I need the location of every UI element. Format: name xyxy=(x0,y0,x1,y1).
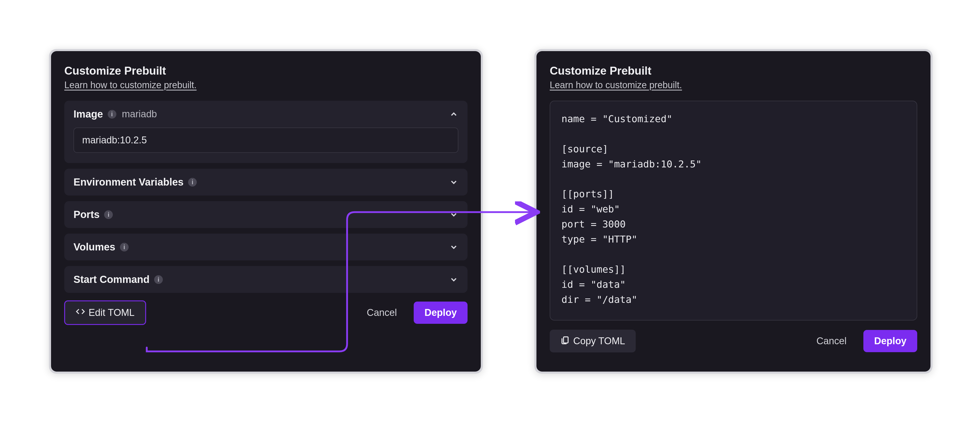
section-ports: Ports i xyxy=(64,201,468,228)
section-start-header[interactable]: Start Command i xyxy=(73,274,458,285)
panel-title: Customize Prebuilt xyxy=(550,64,917,77)
info-icon: i xyxy=(154,275,163,284)
section-ports-label: Ports xyxy=(73,209,100,220)
svg-rect-0 xyxy=(563,337,568,343)
left-panel: Customize Prebuilt Learn how to customiz… xyxy=(51,51,481,372)
cancel-button[interactable]: Cancel xyxy=(806,330,857,352)
clipboard-icon xyxy=(560,335,570,347)
right-footer: Copy TOML Cancel Deploy xyxy=(550,330,917,352)
section-env: Environment Variables i xyxy=(64,169,468,195)
right-panel: Customize Prebuilt Learn how to customiz… xyxy=(536,51,931,372)
section-env-label: Environment Variables xyxy=(73,176,183,188)
info-icon: i xyxy=(108,110,116,118)
info-icon: i xyxy=(104,210,113,219)
left-footer: Edit TOML Cancel Deploy xyxy=(64,300,468,325)
edit-toml-label: Edit TOML xyxy=(89,307,135,318)
section-ports-header[interactable]: Ports i xyxy=(73,209,458,220)
edit-toml-button[interactable]: Edit TOML xyxy=(64,300,146,325)
panel-title: Customize Prebuilt xyxy=(64,64,468,77)
copy-toml-button[interactable]: Copy TOML xyxy=(550,330,636,352)
chevron-down-icon xyxy=(449,243,458,252)
learn-link[interactable]: Learn how to customize prebuilt. xyxy=(550,80,682,91)
deploy-button[interactable]: Deploy xyxy=(863,330,917,352)
info-icon: i xyxy=(120,243,129,251)
copy-toml-label: Copy TOML xyxy=(573,336,625,347)
section-volumes: Volumes i xyxy=(64,233,468,260)
chevron-up-icon xyxy=(449,110,458,119)
toml-editor[interactable]: name = "Customized" [source] image = "ma… xyxy=(550,101,917,321)
left-panel-frame: Customize Prebuilt Learn how to customiz… xyxy=(49,49,483,374)
learn-link[interactable]: Learn how to customize prebuilt. xyxy=(64,80,197,91)
section-volumes-label: Volumes xyxy=(73,241,115,253)
section-env-header[interactable]: Environment Variables i xyxy=(73,176,458,188)
section-image-header[interactable]: Image i mariadb xyxy=(73,109,458,120)
section-start-command: Start Command i xyxy=(64,266,468,293)
section-volumes-header[interactable]: Volumes i xyxy=(73,241,458,253)
section-image: Image i mariadb xyxy=(64,101,468,163)
info-icon: i xyxy=(188,178,197,187)
cancel-button[interactable]: Cancel xyxy=(356,302,407,324)
right-panel-frame: Customize Prebuilt Learn how to customiz… xyxy=(535,49,932,374)
deploy-button[interactable]: Deploy xyxy=(414,302,468,324)
image-input[interactable] xyxy=(73,128,458,153)
chevron-down-icon xyxy=(449,275,458,284)
section-start-label: Start Command xyxy=(73,274,150,285)
section-image-label: Image xyxy=(73,109,103,120)
code-icon xyxy=(76,307,85,318)
chevron-down-icon xyxy=(449,210,458,219)
section-image-value: mariadb xyxy=(122,109,157,120)
chevron-down-icon xyxy=(449,177,458,187)
